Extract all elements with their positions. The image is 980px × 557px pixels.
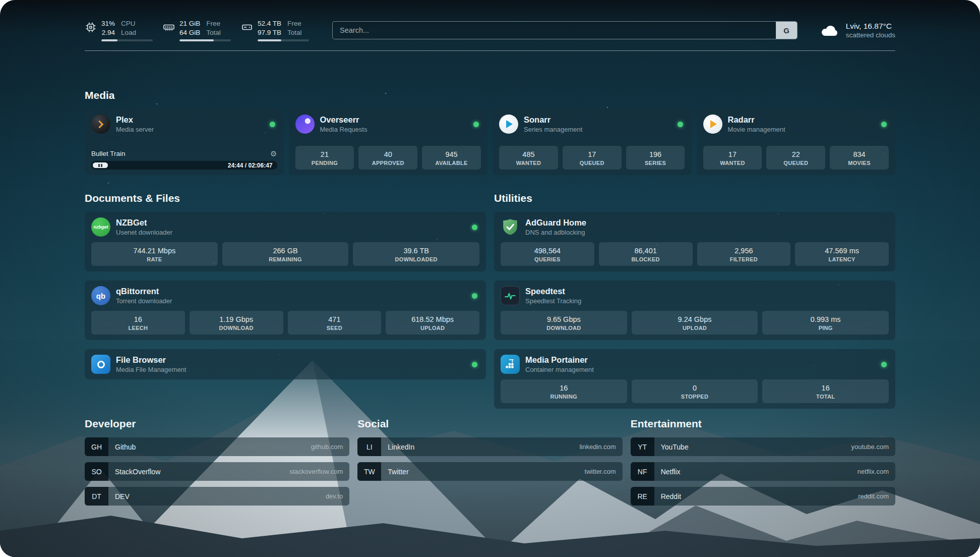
bookmark-abbr: GH xyxy=(85,437,108,456)
stat-tile: 945AVAILABLE xyxy=(422,146,481,170)
bookmark-abbr: TW xyxy=(357,462,381,481)
settings-gear-icon[interactable]: ⚙ xyxy=(270,150,277,157)
service-name: Radarr xyxy=(728,115,785,125)
bookmark-linkedin[interactable]: LI LinkedIn linkedin.com xyxy=(357,437,622,456)
bookmark-url: reddit.com xyxy=(858,492,895,500)
status-dot xyxy=(472,293,477,299)
service-card-speedtest[interactable]: Speedtest Speedtest Tracking 9.65 GbpsDO… xyxy=(494,281,895,340)
cpu-widget: 31% CPU 2.94 Load xyxy=(85,19,153,41)
speedtest-icon xyxy=(501,286,520,305)
service-name: Speedtest xyxy=(525,286,581,297)
bookmark-github[interactable]: GH Github github.com xyxy=(85,437,349,456)
bookmark-group-entertainment: Entertainment YT YouTube youtube.com NF … xyxy=(631,418,895,512)
bookmark-group-developer: Developer GH Github github.com SO StackO… xyxy=(85,418,349,512)
stat-tile: 16RUNNING xyxy=(501,379,627,403)
bookmark-abbr: SO xyxy=(85,462,108,481)
bookmark-name: Github xyxy=(108,443,136,451)
bookmark-url: twitter.com xyxy=(585,468,623,475)
service-card-sonarr[interactable]: Sonarr Series management 485WANTED 17QUE… xyxy=(493,109,692,175)
playback-progress-bar: 24:44 / 02:06:47 xyxy=(91,161,277,170)
radarr-icon xyxy=(703,115,722,134)
memory-total-label: Total xyxy=(206,28,221,37)
utilities-column: Utilities AdGuard Home xyxy=(494,192,895,418)
cpu-load: 2.94 xyxy=(101,28,115,37)
status-dot xyxy=(881,362,887,367)
bookmark-name: YouTube xyxy=(654,443,689,451)
bookmark-name: Reddit xyxy=(654,492,681,500)
memory-ram-icon xyxy=(163,21,175,33)
service-card-overseerr[interactable]: Overseerr Media Requests 21PENDING 40APP… xyxy=(289,109,488,175)
search-provider-button[interactable]: G xyxy=(776,22,797,39)
status-dot xyxy=(472,225,477,230)
bookmark-url: github.com xyxy=(311,443,350,451)
bookmark-youtube[interactable]: YT YouTube youtube.com xyxy=(631,437,895,456)
memory-total: 64 GiB xyxy=(179,28,200,37)
section-title-documents: Documents & Files xyxy=(85,192,486,204)
bookmark-reddit[interactable]: RE Reddit reddit.com xyxy=(631,487,895,506)
service-name: Media Portainer xyxy=(525,355,594,365)
disk-progress-bar xyxy=(258,39,309,41)
stat-tile: 485WANTED xyxy=(499,146,558,170)
stat-tile: 9.65 GbpsDOWNLOAD xyxy=(501,311,627,335)
bookmark-abbr: DT xyxy=(85,487,108,506)
service-desc: Torrent downloader xyxy=(116,297,172,305)
service-name: File Browser xyxy=(116,355,186,365)
stat-tile: 471SEED xyxy=(288,311,382,335)
bookmark-stackoverflow[interactable]: SO StackOverflow stackoverflow.com xyxy=(85,462,349,481)
status-dot xyxy=(473,122,479,127)
plex-icon xyxy=(91,115,110,134)
service-card-radarr[interactable]: Radarr Movie management 17WANTED 22QUEUE… xyxy=(697,109,896,175)
bookmark-dev[interactable]: DT DEV dev.to xyxy=(85,487,349,506)
service-card-portainer[interactable]: Media Portainer Container management 16R… xyxy=(494,349,895,409)
bookmark-netflix[interactable]: NF Netflix netflix.com xyxy=(631,462,895,481)
section-title-media: Media xyxy=(85,89,895,101)
stat-tile: 47.569 msLATENCY xyxy=(795,242,889,266)
pause-button[interactable] xyxy=(93,162,108,168)
weather-condition: scattered clouds xyxy=(846,31,895,39)
stat-tile: 0STOPPED xyxy=(632,379,758,403)
cpu-chip-icon xyxy=(85,21,97,33)
bookmark-name: DEV xyxy=(108,492,130,500)
filebrowser-icon xyxy=(91,355,110,374)
stat-tile: 498,564QUERIES xyxy=(501,242,594,266)
service-card-filebrowser[interactable]: File Browser Media File Management xyxy=(85,349,486,379)
bookmark-twitter[interactable]: TW Twitter twitter.com xyxy=(357,462,622,481)
memory-widget: 21 GiB Free 64 GiB Total xyxy=(163,19,231,41)
service-card-nzbget[interactable]: nzbget NZBGet Usenet downloader 744.21 M… xyxy=(85,212,486,271)
stat-tile: 9.24 GbpsUPLOAD xyxy=(632,311,758,335)
bookmark-abbr: YT xyxy=(631,437,654,456)
search-input[interactable] xyxy=(333,22,776,39)
weather-widget: Lviv, 16.87°C scattered clouds xyxy=(820,21,895,39)
adguard-shield-icon xyxy=(501,217,520,237)
nzbget-icon: nzbget xyxy=(91,217,110,237)
stat-tile: 266 GBREMAINING xyxy=(222,242,349,266)
section-title-social: Social xyxy=(357,418,622,430)
service-card-qbittorrent[interactable]: qb qBittorrent Torrent downloader 16LEEC… xyxy=(85,281,486,340)
service-card-plex[interactable]: Plex Media server Bullet Train ⚙ 24:44 /… xyxy=(85,109,284,175)
bookmark-abbr: NF xyxy=(631,462,654,481)
playback-time: 24:44 / 02:06:47 xyxy=(228,162,277,169)
service-desc: Series management xyxy=(524,125,582,134)
weather-location: Lviv, 16.87°C xyxy=(846,21,895,31)
cpu-load-label: Load xyxy=(121,28,136,37)
stat-tile: 1.19 GbpsDOWNLOAD xyxy=(190,311,283,335)
stat-tile: 22QUEUED xyxy=(766,146,825,170)
service-desc: Media File Management xyxy=(116,365,186,374)
disk-total-label: Total xyxy=(287,28,302,37)
section-title-entertainment: Entertainment xyxy=(631,418,895,430)
sonarr-icon xyxy=(499,115,518,134)
service-card-adguard[interactable]: AdGuard Home DNS and adblocking 498,564Q… xyxy=(494,212,895,271)
stat-tile: 40APPROVED xyxy=(358,146,417,170)
stat-tile: 618.52 MbpsUPLOAD xyxy=(386,311,479,335)
snow-specks xyxy=(0,0,1,1)
stat-tile: 17QUEUED xyxy=(563,146,622,170)
dashboard-screen: 31% CPU 2.94 Load 21 GiB Free xyxy=(0,0,980,557)
header-divider xyxy=(85,50,895,51)
service-name: NZBGet xyxy=(116,217,172,228)
stat-tile: 744.21 MbpsRATE xyxy=(91,242,218,266)
status-dot xyxy=(678,122,683,127)
memory-free: 21 GiB xyxy=(179,19,200,28)
now-playing-title: Bullet Train xyxy=(91,150,126,157)
cpu-percent: 31% xyxy=(101,19,115,28)
disk-free: 52.4 TB xyxy=(258,19,281,28)
